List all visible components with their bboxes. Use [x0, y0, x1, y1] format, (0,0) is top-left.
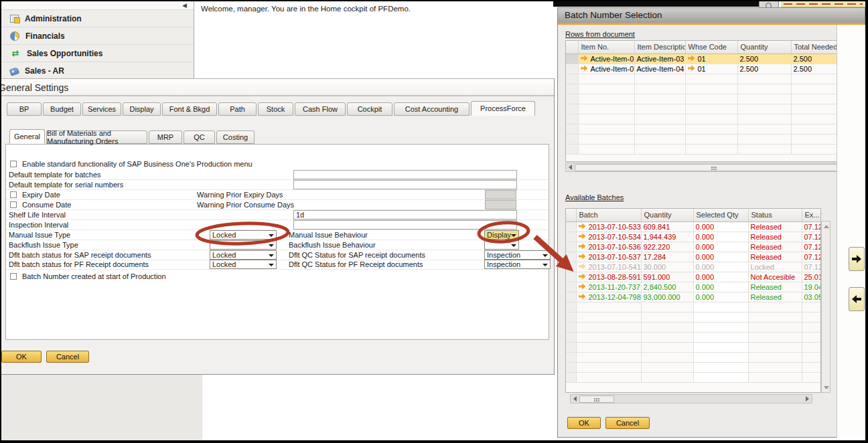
row-selector[interactable] [566, 222, 576, 232]
subtab-mrp[interactable]: MRP [149, 130, 182, 144]
cancel-button[interactable]: Cancel [605, 417, 650, 429]
link-arrow-icon[interactable] [579, 254, 586, 260]
sidebar-item-sales-opportunities[interactable]: ⇄Sales Opportunities [1, 44, 194, 62]
link-arrow-icon[interactable] [579, 224, 586, 230]
selected-qty-cell[interactable]: 0.000 [693, 292, 748, 302]
tab-display[interactable]: Display [123, 102, 161, 116]
rows-table-hscrollbar[interactable] [565, 163, 864, 172]
dflt-qc-status-pf-dropdown[interactable]: Inspection [484, 260, 551, 269]
row-selector[interactable] [566, 292, 576, 302]
selected-qty-cell[interactable]: 0.000 [693, 252, 748, 262]
link-arrow-icon[interactable] [688, 66, 695, 72]
selected-qty-cell[interactable]: 0.000 [693, 242, 748, 252]
scroll-up-icon[interactable] [822, 222, 830, 230]
row-selector[interactable] [566, 232, 576, 242]
subtab-general[interactable]: General [9, 129, 45, 144]
link-arrow-icon[interactable] [579, 264, 586, 270]
selected-qty-cell[interactable]: 0.000 [693, 282, 748, 292]
empty-row [566, 312, 821, 322]
tab-stock[interactable]: Stock [258, 102, 293, 116]
scrollbar-thumb[interactable] [579, 395, 614, 403]
selected-qty-cell[interactable]: 0.000 [693, 262, 748, 272]
batch-row[interactable]: 2013-07-10-53717.2840.000Released07.12. [566, 252, 821, 262]
batch-row[interactable]: 2013-11-20-7372,840.5000.000Released19.0… [566, 282, 821, 292]
link-arrow-icon[interactable] [581, 56, 588, 62]
scrollbar-thumb[interactable] [575, 164, 853, 171]
row-selector[interactable] [566, 64, 578, 74]
inspection-interval-input[interactable] [293, 220, 517, 230]
batch-window-titlebar[interactable]: Batch Number Selection [558, 8, 865, 23]
scroll-left-icon[interactable] [566, 163, 575, 171]
sidebar-item-sales-ar[interactable]: Sales - AR [1, 62, 194, 79]
shelf-life-interval-input[interactable]: 1d [293, 210, 517, 219]
backflush-issue-behaviour-dropdown[interactable] [484, 240, 519, 250]
scroll-left-icon[interactable] [571, 395, 579, 403]
subtab-qc[interactable]: QC [184, 130, 215, 144]
tab-cost-accounting[interactable]: Cost Accounting [394, 102, 469, 116]
dflt-batch-status-pf-dropdown[interactable]: Locked [210, 260, 277, 269]
backflush-issue-type-dropdown[interactable] [210, 240, 277, 250]
ok-button[interactable]: OK [567, 417, 601, 429]
tab-services[interactable]: Services [82, 102, 121, 116]
screenshot-frame: AdministrationFinancials⇄Sales Opportuni… [0, 0, 868, 443]
general-settings-titlebar[interactable]: General Settings [1, 79, 554, 96]
link-arrow-icon[interactable] [581, 66, 588, 72]
row-selector[interactable] [566, 242, 576, 252]
default-template-serials-input[interactable] [293, 180, 517, 189]
tab-bp[interactable]: BP [7, 102, 42, 116]
available-batches-label: Available Batches [565, 193, 624, 201]
consume-date-checkbox[interactable] [10, 201, 17, 208]
tab-cash-flow[interactable]: Cash Flow [295, 102, 346, 116]
batch-row[interactable]: 2013-07-10-536922.2200.000Released07.12. [566, 242, 821, 252]
row-selector[interactable] [566, 262, 576, 272]
selected-qty-cell[interactable]: 0.000 [693, 272, 748, 282]
dflt-qc-status-sap-dropdown[interactable]: Inspection [484, 250, 551, 260]
cancel-button[interactable]: Cancel [46, 351, 89, 363]
row-selector[interactable] [566, 54, 578, 64]
subtab-costing[interactable]: Costing [216, 130, 255, 144]
sidebar-item-financials[interactable]: Financials [1, 27, 194, 44]
row-selector[interactable] [566, 282, 576, 292]
link-arrow-icon[interactable] [579, 244, 586, 250]
enable-production-menu-checkbox[interactable] [10, 161, 17, 167]
batches-table-hscrollbar[interactable] [570, 394, 812, 404]
manual-issue-behaviour-dropdown[interactable]: Display [484, 230, 519, 240]
batch-row[interactable]: 2013-07-10-533609.8410.000Released07.12. [566, 222, 821, 232]
chevron-down-icon [269, 234, 274, 237]
link-arrow-icon[interactable] [688, 56, 695, 62]
tab-cockpit[interactable]: Cockpit [347, 102, 392, 116]
batch-row[interactable]: 2013-07-10-5341,944.4390.000Released07.1… [566, 232, 821, 242]
batch-number-start-checkbox[interactable] [10, 273, 17, 280]
batches-table-vscrollbar[interactable] [821, 221, 830, 393]
dflt-batch-status-sap-dropdown[interactable]: Locked [210, 250, 277, 260]
batch-row[interactable]: 2013-08-28-591591.0000.000Not Accesible2… [566, 272, 821, 282]
row-selector[interactable] [566, 272, 576, 282]
tab-path[interactable]: Path [218, 102, 257, 116]
scroll-right-icon[interactable] [803, 395, 812, 403]
manual-issue-type-dropdown[interactable]: Locked [210, 230, 277, 240]
batch-row[interactable]: 2013-07-10-54130.0000.000Locked07.12. [566, 262, 821, 272]
sidebar-item-administration[interactable]: Administration [1, 9, 194, 27]
expiry-date-checkbox[interactable] [10, 191, 17, 198]
selected-qty-cell[interactable]: 0.000 [693, 222, 748, 232]
move-selected-left-button[interactable] [849, 287, 865, 311]
link-arrow-icon[interactable] [579, 234, 586, 240]
document-row[interactable]: Active-Item-0Active-Item-03012.5002.5000… [566, 54, 864, 64]
move-selected-right-button[interactable] [849, 247, 865, 271]
subtab-bill-of-materials-and-manufacturing-orders[interactable]: Bill of Materials and Manufacturing Orde… [46, 130, 147, 144]
selected-qty-cell[interactable]: 0.000 [693, 232, 748, 242]
link-arrow-icon[interactable] [579, 294, 586, 300]
manual-issue-type-label: Manual Issue Type [9, 230, 70, 240]
scroll-down-icon[interactable] [822, 383, 830, 391]
tab-budget[interactable]: Budget [43, 102, 81, 116]
row-selector[interactable] [566, 252, 576, 262]
document-row[interactable]: Active-Item-0Active-Item-04012.5002.5000… [566, 64, 864, 74]
link-arrow-icon[interactable] [579, 274, 586, 280]
default-template-batches-input[interactable] [293, 170, 517, 179]
sidebar-collapse-icon[interactable]: ◀ [182, 2, 187, 9]
tab-font-bkgd[interactable]: Font & Bkgd [162, 102, 217, 116]
batch-row[interactable]: 2013-12-04-79893,000.0000.000Released03.… [566, 292, 821, 302]
ok-button[interactable]: OK [1, 351, 42, 363]
tab-processforce[interactable]: ProcessForce [471, 101, 535, 116]
link-arrow-icon[interactable] [579, 284, 586, 290]
